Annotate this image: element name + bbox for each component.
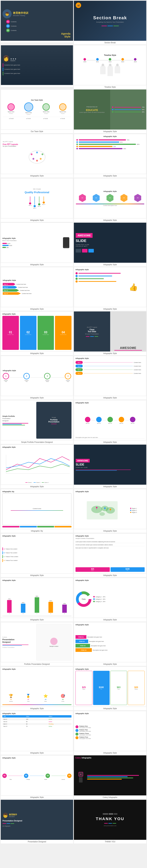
- slide-22[interactable]: AWWSOME SLIDE CLEAN TEXT SLIDE Infograph…: [74, 445, 146, 488]
- slide-27[interactable]: Infographic Style 70% A 50% B 85%: [1, 578, 73, 621]
- slide-16[interactable]: ALLPPT Layout Clean Text Slide for your …: [74, 311, 146, 355]
- svg-point-2: [36, 152, 38, 153]
- slide24-heading: Infographic Style: [75, 491, 145, 493]
- slide-23[interactable]: Infographic Sty Content area Infographic…: [1, 489, 73, 533]
- slide-31[interactable]: Infographic Style 🏆 31 Awards 🥇 47 Gold …: [1, 666, 73, 710]
- slide-9[interactable]: We Create Quality Professional Item 1 It…: [1, 178, 73, 222]
- slide-24[interactable]: Infographic Style: [74, 489, 146, 533]
- svg-point-1: [31, 153, 33, 155]
- slide33-label: Infographic Style: [1, 751, 73, 755]
- slide10-heading: Infographic Style: [76, 190, 144, 192]
- slide-33[interactable]: Infographic Style Title Value Status Ite…: [1, 711, 73, 755]
- slide7-detail: for your Presentation: [3, 145, 71, 147]
- slide32-label: Infographic Style: [74, 707, 146, 710]
- slide-13[interactable]: Infographic Style Step 01 Content text h…: [1, 267, 73, 311]
- slide37-designed: Presentation Designed: [3, 820, 71, 822]
- slide22-label: Infographic Style: [74, 485, 146, 488]
- slide-15[interactable]: Infographic Style 01 Content here 02 Con…: [1, 311, 73, 355]
- slide17-heading: Infographic Style: [3, 370, 71, 372]
- slide37-sub: Education: [9, 816, 17, 817]
- slide21-heading: Infographic Style: [2, 446, 72, 448]
- slide14-heading: Infographic Style: [75, 269, 121, 271]
- slide-32[interactable]: Infographic Style $25 Basic $100 Pro $63…: [74, 666, 146, 710]
- slide25-label: Infographic Style: [1, 574, 73, 577]
- slide5-label: Our Team Style: [1, 129, 73, 133]
- slide-1[interactable]: 👦 教育教学培训 Education Training 01 Contents …: [1, 1, 73, 44]
- slide-20[interactable]: Infographic Style Item 01 Item 02 Item: [74, 400, 146, 444]
- slide-34[interactable]: Infographic Style 1 Feature One Descript…: [74, 711, 146, 755]
- slide-29[interactable]: Portfolio Presentation Designed Portfoli…: [1, 622, 73, 666]
- slide-6[interactable]: PRESENTED BY EDUCATE Lorem ipsum dolor s…: [74, 90, 146, 133]
- slide15-heading: Infographic Style: [2, 313, 72, 315]
- thank-you-text: THANK YOU: [96, 816, 124, 821]
- hex4: 04: [120, 194, 127, 202]
- slide17-label: Infographic Style: [1, 396, 73, 400]
- slide28-heading: Infographic Style: [75, 580, 145, 581]
- slide-3[interactable]: 👩 ★ ★ ★ Student Contents here goes here …: [1, 45, 73, 89]
- slide23-heading: Infographic Sty: [2, 491, 72, 493]
- slide8-label: Infographic Style: [74, 174, 146, 178]
- slide1-title: 教育教学培训: [13, 11, 28, 15]
- slide-11[interactable]: Infographic Style Best in Your Presentat…: [1, 223, 73, 266]
- slide31-heading: Infographic Style: [2, 668, 72, 670]
- slide29-tag: Portfolio: [2, 637, 35, 638]
- slide-21[interactable]: Infographic Style Series 1 Series 2 Seri…: [1, 445, 73, 488]
- svg-text:04: 04: [123, 197, 125, 199]
- svg-point-4: [40, 158, 42, 160]
- slide-grid: 👦 教育教学培训 Education Training 01 Contents …: [0, 0, 147, 844]
- slide30-heading: Infographic Style: [75, 624, 145, 626]
- slide-35[interactable]: Infographic Style 01 02 03: [1, 755, 73, 799]
- line-chart: [2, 449, 72, 481]
- slide19-sub: Presentation: [2, 418, 35, 420]
- slide-18[interactable]: Infographic Style Tab 1 Content here Tab…: [74, 356, 146, 400]
- svg-text:05: 05: [137, 197, 139, 199]
- section-break-title: Section Break: [93, 15, 127, 20]
- slide-5[interactable]: Our Team Style Name Here Position Name H…: [1, 90, 73, 133]
- donut-chart: Data: [75, 591, 92, 607]
- slide15-label: Infographic Style: [1, 351, 73, 355]
- slide-7[interactable]: ALLPPT Layout Free PPT Layouts for your …: [1, 134, 73, 178]
- svg-text:Data: Data: [82, 598, 86, 600]
- awesome-slide-title: AWESOME: [77, 234, 91, 237]
- slide-4[interactable]: Timeline Style 2020 2021: [74, 45, 146, 89]
- svg-text:02: 02: [96, 197, 97, 199]
- slide-17[interactable]: Infographic Style 1 ProcessOne 2 Process…: [1, 356, 73, 400]
- slide-37[interactable]: 👦 教育教学 Education Presentation Designed 炎…: [1, 800, 73, 843]
- slide-8[interactable]: Infographic Style 75% 60%: [74, 134, 146, 178]
- slide7-label: Infographic Style: [1, 174, 73, 178]
- slide-2[interactable]: 🦋 Section Break Everything You Need for …: [74, 1, 146, 44]
- slide-12[interactable]: AWESOME SLIDE CLEAN TEXT SLIDECOLOR OF N…: [74, 223, 146, 266]
- slide-38[interactable]: THANK YOU www.presentation.com THANK YOU: [74, 800, 146, 843]
- slide34-heading: Infographic Style: [75, 713, 145, 714]
- slide36-infographic: Infographic: [82, 757, 91, 759]
- slide29-detail: Portfolio Presentation: [2, 647, 35, 648]
- slide-36[interactable]: Colory Infographic: [74, 755, 146, 799]
- slide9-sub1: We Create: [33, 188, 41, 190]
- slide1-label: [1, 41, 73, 42]
- slide21-label: Infographic Style: [1, 485, 73, 488]
- slide-25[interactable]: Infographic Style A Feature One content …: [1, 533, 73, 577]
- slide-30[interactable]: Infographic Style ITEM 01 Description te…: [74, 622, 146, 666]
- slide36-label: Colory Infographic: [74, 796, 146, 799]
- slide-19[interactable]: Simple Portfolio Presentation Designed S…: [1, 400, 73, 444]
- slide16-label: Infographic Style: [74, 351, 146, 355]
- slide13-heading: Infographic Style: [3, 279, 71, 281]
- slide35-heading: Infographic Style: [2, 757, 72, 759]
- slide27-label: Infographic Style: [1, 618, 73, 621]
- timeline-heading: Timeline Style: [77, 54, 143, 56]
- slide-28[interactable]: Infographic Style Data: [74, 578, 146, 621]
- slide26-sub: Simple Portfolio Presentation: [75, 537, 145, 539]
- slide-10[interactable]: Infographic Style 01 02 03: [74, 178, 146, 222]
- slide-14[interactable]: Infographic Style: [74, 267, 146, 311]
- slide18-label: Infographic Style: [74, 396, 146, 400]
- brain-svg: [26, 149, 48, 167]
- slide11-label: Infographic Style: [1, 263, 73, 266]
- section-break-sub: Everything You Need for Your Presentatio…: [96, 21, 124, 23]
- slide37-title: 教育教学: [9, 813, 17, 816]
- slide1-sub: Education Training: [13, 15, 28, 17]
- slide-26[interactable]: Infographic Style Simple Portfolio Prese…: [74, 533, 146, 577]
- slide34-label: Infographic Style: [74, 751, 146, 755]
- slide19-label: Simple Portfolio Presentation Designed: [1, 440, 73, 444]
- slide19-sub2: Designed: [2, 420, 35, 422]
- awesome-slide-slide: SLIDE: [76, 239, 144, 243]
